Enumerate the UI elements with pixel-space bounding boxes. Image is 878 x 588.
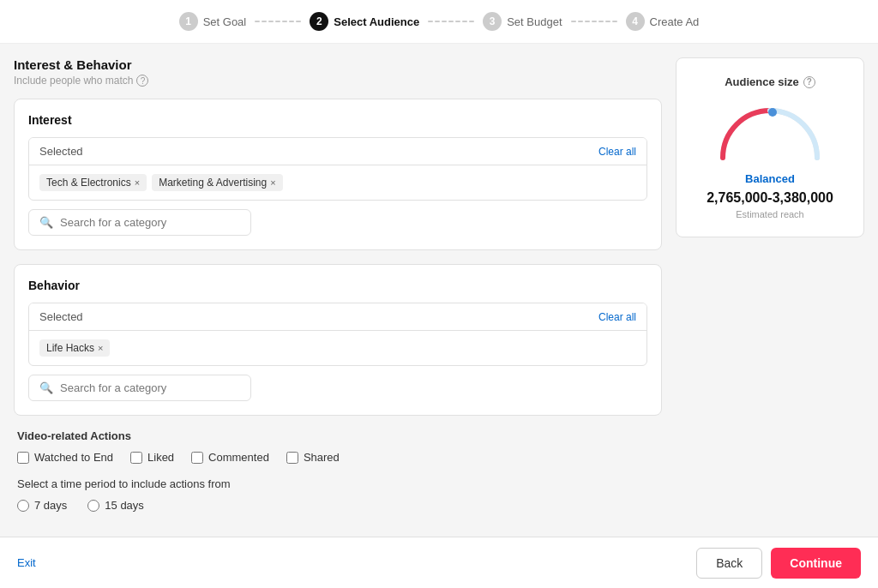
- audience-size-title-text: Audience size: [725, 75, 799, 88]
- 15days-input[interactable]: [87, 500, 99, 512]
- audience-help-icon[interactable]: ?: [803, 76, 815, 88]
- liked-label: Liked: [147, 451, 174, 464]
- step-dots-2: [428, 21, 474, 22]
- section-subtitle-text: Include people who match: [14, 75, 133, 87]
- balanced-label: Balanced: [690, 172, 850, 185]
- watched-end-input[interactable]: [17, 452, 29, 464]
- section-subtitle: Include people who match ?: [14, 75, 662, 87]
- interest-tag-0-label: Tech & Electronics: [46, 177, 131, 189]
- interest-tag-1-label: Marketing & Advertising: [159, 177, 267, 189]
- interest-card: Interest Selected Clear all Tech & Elect…: [14, 99, 662, 250]
- svg-point-0: [768, 108, 777, 117]
- step-1: 1 Set Goal: [179, 12, 247, 31]
- interest-tag-1: Marketing & Advertising ×: [152, 174, 283, 191]
- interest-search-box: 🔍: [28, 209, 251, 236]
- time-period-radios: 7 days 15 days: [17, 499, 658, 512]
- step-4: 4 Create Ad: [626, 12, 700, 31]
- commented-input[interactable]: [191, 452, 203, 464]
- interest-selected-box: Selected Clear all Tech & Electronics × …: [28, 137, 647, 201]
- liked-checkbox[interactable]: Liked: [130, 451, 174, 464]
- behavior-search-icon: 🔍: [39, 381, 53, 394]
- liked-input[interactable]: [130, 452, 142, 464]
- interest-card-title: Interest: [28, 113, 647, 127]
- back-button[interactable]: Back: [696, 548, 762, 579]
- estimated-reach: Estimated reach: [690, 209, 850, 219]
- video-actions-title: Video-related Actions: [17, 429, 658, 442]
- interest-selected-header: Selected Clear all: [29, 138, 646, 165]
- video-actions-section: Video-related Actions Watched to End Lik…: [14, 429, 662, 512]
- behavior-selected-tags: Life Hacks ×: [29, 331, 646, 365]
- interest-tag-1-remove[interactable]: ×: [270, 177, 275, 188]
- behavior-clear-all-button[interactable]: Clear all: [598, 311, 636, 323]
- gauge-svg: [714, 102, 826, 162]
- behavior-search-input[interactable]: [60, 381, 240, 394]
- audience-size-title: Audience size ?: [690, 75, 850, 88]
- step-2-label: Select Audience: [334, 15, 419, 28]
- behavior-card-title: Behavior: [28, 279, 647, 292]
- section-title: Interest & Behavior: [14, 57, 662, 72]
- step-2: 2 Select Audience: [310, 12, 419, 31]
- step-dots-3: [571, 21, 617, 22]
- step-dots-1: [255, 21, 301, 22]
- watched-end-checkbox[interactable]: Watched to End: [17, 451, 113, 464]
- interest-selected-label: Selected: [39, 145, 83, 158]
- shared-input[interactable]: [286, 452, 298, 464]
- behavior-card: Behavior Selected Clear all Life Hacks ×…: [14, 264, 662, 416]
- section-header: Interest & Behavior Include people who m…: [14, 57, 662, 87]
- 7days-input[interactable]: [17, 500, 29, 512]
- commented-label: Commented: [208, 451, 269, 464]
- gauge-container: [714, 102, 826, 162]
- step-4-circle: 4: [626, 12, 645, 31]
- 7days-radio[interactable]: 7 days: [17, 499, 67, 512]
- step-1-label: Set Goal: [203, 15, 247, 28]
- bottom-actions: Back Continue: [696, 548, 861, 579]
- interest-search-input[interactable]: [60, 216, 240, 229]
- step-4-label: Create Ad: [650, 15, 700, 28]
- bottom-bar: Exit Back Continue: [0, 537, 878, 588]
- step-3-label: Set Budget: [507, 15, 562, 28]
- behavior-tag-0-label: Life Hacks: [46, 342, 94, 354]
- 15days-radio[interactable]: 15 days: [87, 499, 144, 512]
- behavior-selected-label: Selected: [39, 310, 83, 323]
- behavior-tag-0-remove[interactable]: ×: [98, 343, 103, 353]
- time-period-title: Select a time period to include actions …: [17, 477, 658, 490]
- audience-range: 2,765,000-3,380,000: [690, 190, 850, 206]
- interest-clear-all-button[interactable]: Clear all: [598, 146, 636, 158]
- continue-button[interactable]: Continue: [771, 548, 861, 579]
- interest-selected-tags: Tech & Electronics × Marketing & Adverti…: [29, 165, 646, 200]
- step-2-circle: 2: [310, 12, 328, 31]
- video-checkboxes-row: Watched to End Liked Commented Shared: [17, 451, 658, 464]
- left-panel: Interest & Behavior Include people who m…: [14, 57, 662, 522]
- shared-label: Shared: [304, 451, 340, 464]
- behavior-selected-box: Selected Clear all Life Hacks ×: [28, 303, 647, 366]
- behavior-tag-0: Life Hacks ×: [39, 339, 110, 357]
- help-icon[interactable]: ?: [136, 75, 148, 87]
- interest-tag-0: Tech & Electronics ×: [39, 174, 147, 191]
- commented-checkbox[interactable]: Commented: [191, 451, 269, 464]
- behavior-search-box: 🔍: [28, 375, 251, 401]
- watched-end-label: Watched to End: [34, 451, 113, 464]
- exit-button[interactable]: Exit: [17, 556, 36, 569]
- right-panel: Audience size ? Balanced 2,765,000-3,380…: [676, 57, 864, 522]
- step-3: 3 Set Budget: [483, 12, 562, 31]
- behavior-selected-header: Selected Clear all: [29, 303, 646, 331]
- 7days-label: 7 days: [34, 499, 67, 512]
- stepper: 1 Set Goal 2 Select Audience 3 Set Budge…: [0, 0, 878, 44]
- main-layout: Interest & Behavior Include people who m…: [0, 44, 878, 536]
- step-3-circle: 3: [483, 12, 502, 31]
- interest-tag-0-remove[interactable]: ×: [135, 177, 140, 188]
- search-icon: 🔍: [39, 216, 53, 229]
- shared-checkbox[interactable]: Shared: [286, 451, 340, 464]
- step-1-circle: 1: [179, 12, 198, 31]
- audience-size-card: Audience size ? Balanced 2,765,000-3,380…: [676, 57, 864, 237]
- 15days-label: 15 days: [105, 499, 144, 512]
